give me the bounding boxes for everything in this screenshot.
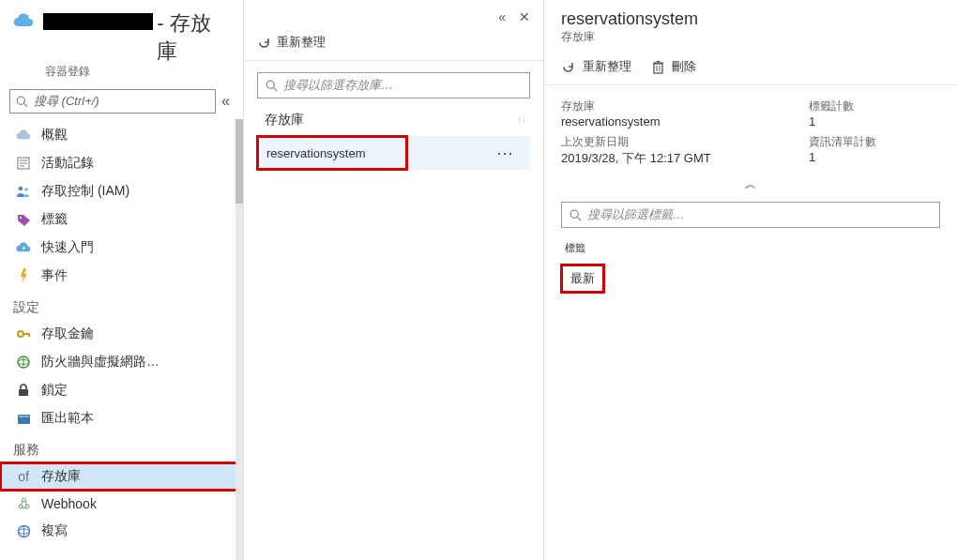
- svg-line-25: [274, 87, 278, 91]
- nav-label: 匯出範本: [41, 410, 94, 427]
- left-blade: - 存放庫 容器登錄 搜尋 (Ctrl+/) « 概觀 活動記錄 存取控制 (I…: [0, 0, 244, 560]
- quickstart-icon: [15, 242, 32, 253]
- nav-label: 防火牆與虛擬網路…: [41, 354, 160, 371]
- nav-section-services: 服務: [0, 432, 243, 462]
- webhook-icon: [15, 497, 32, 510]
- search-input[interactable]: 搜尋 (Ctrl+/): [9, 89, 216, 114]
- refresh-button[interactable]: 重新整理: [277, 34, 326, 51]
- nav-iam[interactable]: 存取控制 (IAM): [0, 177, 243, 205]
- nav-repositories[interactable]: of 存放庫: [0, 462, 243, 491]
- replication-icon: [15, 524, 32, 538]
- redacted-name: [43, 13, 153, 30]
- refresh-button[interactable]: 重新整理: [583, 58, 631, 75]
- repo-column-label: 存放庫: [265, 112, 304, 129]
- svg-line-32: [578, 217, 582, 220]
- nav-label: 概觀: [41, 127, 68, 144]
- meta-updated-label: 上次更新日期: [561, 134, 799, 150]
- collapse-sidebar-icon[interactable]: «: [216, 93, 234, 110]
- nav-label: 標籤: [41, 211, 68, 228]
- meta-grid: 存放庫 reservationsystem 標籤計數 1 上次更新日期 2019…: [561, 98, 940, 167]
- repo-row-more-icon[interactable]: ⋯: [481, 143, 530, 163]
- nav-label: 存放庫: [41, 468, 81, 485]
- iam-icon: [15, 185, 32, 198]
- right-subtitle: 存放庫: [561, 29, 940, 45]
- export-template-icon: [15, 413, 32, 425]
- svg-point-0: [17, 97, 24, 104]
- tag-filter-input[interactable]: 搜尋以篩選標籤…: [561, 202, 940, 228]
- nav-activity-log[interactable]: 活動記錄: [0, 149, 243, 177]
- right-blade: reservationsystem 存放庫 重新整理 刪除 存放庫 reserv…: [544, 0, 957, 560]
- svg-point-6: [19, 187, 23, 191]
- nav-access-keys[interactable]: 存取金鑰: [0, 320, 243, 348]
- svg-point-24: [266, 81, 274, 88]
- right-title: reservationsystem: [561, 9, 940, 29]
- nav-section-settings: 設定: [0, 290, 243, 320]
- blade-header: - 存放庫 容器登錄: [0, 0, 243, 85]
- repo-name[interactable]: reservationsystem: [257, 136, 407, 170]
- lock-icon: [15, 384, 32, 397]
- repo-service-icon: of: [15, 469, 32, 484]
- svg-point-7: [24, 188, 28, 191]
- sort-icon[interactable]: ↑↓: [517, 116, 526, 124]
- tag-filter-placeholder: 搜尋以篩選標籤…: [587, 206, 685, 223]
- nav-label: 快速入門: [41, 239, 94, 256]
- nav-lock[interactable]: 鎖定: [0, 376, 243, 404]
- blade-title-suffix: - 存放庫: [157, 9, 230, 66]
- nav-webhook[interactable]: Webhook: [0, 491, 243, 517]
- overview-icon: [15, 129, 32, 141]
- tag-row[interactable]: 最新: [561, 265, 604, 293]
- svg-point-31: [570, 210, 578, 218]
- svg-line-1: [24, 103, 28, 107]
- blade-subtitle: 容器登錄: [45, 64, 230, 80]
- svg-rect-11: [28, 333, 30, 337]
- events-icon: [15, 268, 32, 283]
- right-toolbar: 重新整理 刪除: [544, 49, 957, 85]
- minimize-blade-icon[interactable]: «: [498, 9, 506, 24]
- nav-firewall[interactable]: 防火牆與虛擬網路…: [0, 348, 243, 376]
- meta-manifest-label: 資訊清單計數: [809, 134, 940, 150]
- nav-events[interactable]: 事件: [0, 262, 243, 290]
- svg-point-8: [20, 217, 22, 219]
- nav-scroll[interactable]: 概觀 活動記錄 存取控制 (IAM) 標籤 快速入門 事件 設: [0, 119, 243, 560]
- meta-tagcount-label: 標籤計數: [809, 98, 940, 114]
- registry-icon: [13, 13, 34, 28]
- refresh-icon[interactable]: [257, 36, 271, 50]
- close-blade-icon[interactable]: ✕: [519, 9, 530, 24]
- nav-label: 複寫: [41, 522, 68, 539]
- meta-updated-value: 2019/3/28, 下午 12:17 GMT: [561, 150, 799, 167]
- meta-tagcount-value: 1: [809, 114, 940, 129]
- repo-filter-placeholder: 搜尋以篩選存放庫…: [283, 77, 393, 94]
- repo-filter-input[interactable]: 搜尋以篩選存放庫…: [257, 72, 530, 98]
- nav-label: 活動記錄: [41, 155, 94, 172]
- tags-icon: [15, 214, 32, 226]
- nav-tags[interactable]: 標籤: [0, 205, 243, 234]
- svg-rect-15: [19, 389, 28, 396]
- activity-log-icon: [15, 157, 32, 170]
- repo-row[interactable]: reservationsystem ⋯: [257, 136, 530, 170]
- nav-label: 存取控制 (IAM): [41, 183, 129, 200]
- nav-quickstart[interactable]: 快速入門: [0, 234, 243, 262]
- firewall-icon: [15, 356, 32, 369]
- blade-title: - 存放庫: [43, 9, 230, 66]
- tag-column-label: 標籤: [561, 241, 940, 255]
- mid-toolbar: 重新整理: [244, 26, 543, 61]
- nav-label: 事件: [41, 267, 68, 284]
- nav-overview[interactable]: 概觀: [0, 121, 243, 149]
- meta-manifest-value: 1: [809, 150, 940, 164]
- svg-rect-26: [654, 64, 662, 73]
- nav-export-template[interactable]: 匯出範本: [0, 404, 243, 432]
- svg-rect-17: [19, 416, 29, 417]
- delete-icon[interactable]: [652, 60, 664, 74]
- search-placeholder: 搜尋 (Ctrl+/): [34, 93, 99, 110]
- nav-label: Webhook: [41, 496, 97, 511]
- nav-replication[interactable]: 複寫: [0, 517, 243, 545]
- meta-repo-label: 存放庫: [561, 98, 799, 114]
- collapse-up-icon[interactable]: ︽: [561, 173, 940, 202]
- refresh-icon[interactable]: [561, 60, 575, 74]
- keys-icon: [15, 328, 32, 341]
- delete-button[interactable]: 刪除: [672, 58, 696, 75]
- nav-label: 鎖定: [41, 382, 68, 399]
- repo-list-header[interactable]: 存放庫 ↑↓: [257, 112, 530, 136]
- middle-blade: « ✕ 重新整理 搜尋以篩選存放庫… 存放庫 ↑↓ reservationsys…: [244, 0, 544, 560]
- nav-label: 存取金鑰: [41, 325, 94, 342]
